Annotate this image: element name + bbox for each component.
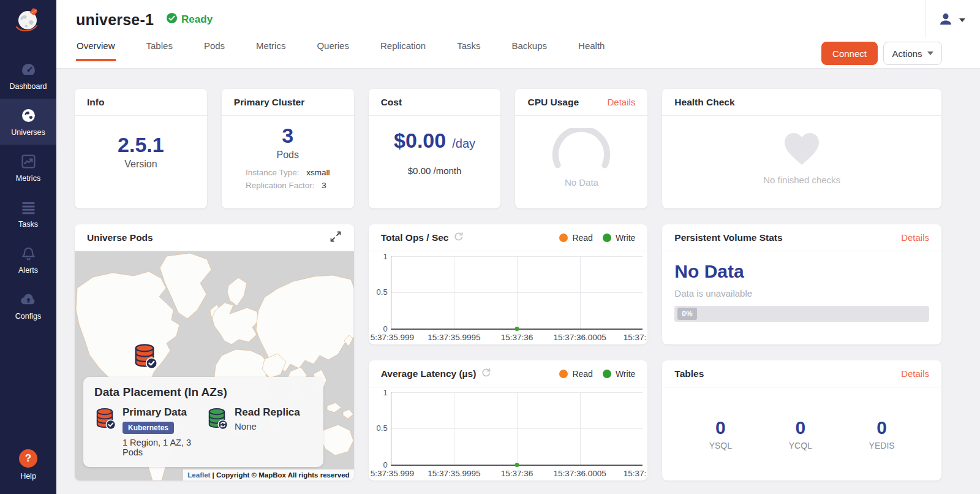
sidebar-item-metrics[interactable]: Metrics xyxy=(0,145,56,191)
chart-legend: Read Write xyxy=(559,233,635,243)
read-legend-dot xyxy=(559,234,568,242)
actions-button[interactable]: Actions xyxy=(883,42,942,65)
gauge-arc-icon xyxy=(548,128,615,171)
replication-factor-label: Replication Factor: xyxy=(246,181,315,190)
pvs-details-link[interactable]: Details xyxy=(901,232,929,243)
ycql-count: 0 xyxy=(795,417,805,438)
connect-button[interactable]: Connect xyxy=(821,42,878,65)
tab-queries[interactable]: Queries xyxy=(316,36,350,61)
cost-per-day: $0.00 xyxy=(394,129,446,152)
status-label: Ready xyxy=(181,13,213,26)
y-tick: 0.5 xyxy=(371,287,388,297)
expand-arrows-icon[interactable] xyxy=(330,230,342,245)
pods-count: 3 xyxy=(282,124,293,147)
sidebar: Dashboard Universes Metrics Tasks Alerts xyxy=(0,0,56,494)
tab-pods[interactable]: Pods xyxy=(203,36,225,61)
x-tick: 15:37: xyxy=(624,469,647,478)
read-legend-label: Read xyxy=(572,233,592,243)
tables-card: Tables Details 0 YSQL 0 YCQL 0 YEDIS xyxy=(662,360,941,481)
ysql-stat: 0 YSQL xyxy=(709,417,732,450)
card-title: Info xyxy=(87,97,104,108)
chevron-down-icon xyxy=(927,51,933,55)
total-ops-plot: 1 0.5 0 5:37:35.999 15:37:35.9995 15:37:… xyxy=(369,251,648,344)
ysql-label: YSQL xyxy=(709,441,732,450)
page-title: universe-1 xyxy=(76,11,154,29)
read-replica-value: None xyxy=(235,421,300,431)
y-tick: 1 xyxy=(371,388,388,397)
x-tick: 15:37:35.9995 xyxy=(428,333,480,342)
status-badge: Ready xyxy=(166,12,213,27)
refresh-icon[interactable] xyxy=(481,367,491,380)
sidebar-item-universes[interactable]: Universes xyxy=(0,99,56,145)
universe-pods-card: Universe Pods xyxy=(75,224,354,481)
planet-rocket-logo[interactable] xyxy=(0,0,56,39)
user-menu[interactable] xyxy=(938,11,965,29)
instance-type-row: Instance Type: xsmall xyxy=(246,168,330,177)
tab-overview[interactable]: Overview xyxy=(76,36,116,61)
sidebar-item-label: Configs xyxy=(15,312,41,321)
y-tick: 1 xyxy=(371,252,388,261)
bell-icon xyxy=(20,245,37,262)
tab-tasks[interactable]: Tasks xyxy=(456,36,481,61)
x-tick: 5:37:35.999 xyxy=(371,469,414,478)
pod-map-marker[interactable] xyxy=(132,342,157,371)
leaflet-link[interactable]: Leaflet xyxy=(187,471,210,479)
sidebar-item-label: Alerts xyxy=(18,266,38,275)
ycql-label: YCQL xyxy=(789,441,812,450)
copyright-text: | Copyright © MapBox All rights reserved xyxy=(213,471,350,479)
sidebar-item-label: Tasks xyxy=(18,220,38,229)
pvs-progress-bar: 0% xyxy=(674,306,929,322)
cpu-details-link[interactable]: Details xyxy=(607,97,635,107)
y-tick: 0 xyxy=(371,324,388,333)
tab-replication[interactable]: Replication xyxy=(380,36,426,61)
card-title: Primary Cluster xyxy=(234,97,304,108)
card-title: Universe Pods xyxy=(87,232,153,243)
sidebar-item-label: Universes xyxy=(11,128,45,137)
write-legend-dot xyxy=(603,370,611,378)
y-tick: 0.5 xyxy=(371,424,388,433)
actions-label: Actions xyxy=(892,48,922,59)
list-icon xyxy=(20,199,37,216)
read-replica-block: Read Replica None xyxy=(206,406,312,457)
read-replica-name: Read Replica xyxy=(235,406,300,419)
primary-data-summary: 1 Region, 1 AZ, 3 Pods xyxy=(123,438,200,457)
sidebar-item-alerts[interactable]: Alerts xyxy=(0,237,56,283)
refresh-icon[interactable] xyxy=(453,231,464,244)
sidebar-item-tasks[interactable]: Tasks xyxy=(0,191,56,237)
trend-chart-icon xyxy=(20,153,37,170)
pvs-message: Data is unavailable xyxy=(674,288,929,298)
database-replica-icon xyxy=(206,406,227,457)
tables-details-link[interactable]: Details xyxy=(901,368,929,379)
sidebar-item-configs[interactable]: Configs xyxy=(0,283,56,329)
heart-icon xyxy=(782,131,822,169)
write-legend-label: Write xyxy=(616,233,635,243)
tab-metrics[interactable]: Metrics xyxy=(255,36,286,61)
tab-tables[interactable]: Tables xyxy=(146,36,173,61)
sidebar-item-dashboard[interactable]: Dashboard xyxy=(0,53,56,99)
pvs-progress-label: 0% xyxy=(677,308,696,320)
card-title: Persistent Volume Stats xyxy=(674,232,782,243)
yedis-label: YEDIS xyxy=(869,441,895,450)
cloud-upload-icon xyxy=(20,291,37,308)
x-tick: 15:37:35.9995 xyxy=(428,469,480,478)
check-circle-icon xyxy=(166,12,178,27)
card-title: CPU Usage xyxy=(527,97,579,108)
info-card: Info 2.5.1 Version xyxy=(75,89,207,208)
version-value: 2.5.1 xyxy=(118,134,164,156)
chart-title: Average Latency (µs) xyxy=(381,368,477,379)
replication-factor-row: Replication Factor: 3 xyxy=(246,181,326,190)
gauge-icon xyxy=(20,61,37,78)
pvs-no-data: No Data xyxy=(674,261,929,282)
write-legend-label: Write xyxy=(616,369,635,379)
x-tick: 15:37:36 xyxy=(501,333,533,342)
world-map[interactable]: Data Placement (In AZs) xyxy=(75,251,354,481)
tab-health[interactable]: Health xyxy=(578,36,605,61)
map-attribution: Leaflet | Copyright © MapBox All rights … xyxy=(183,469,353,481)
cost-per-unit: /day xyxy=(452,137,475,151)
chevron-down-icon xyxy=(959,18,965,22)
sidebar-item-help[interactable]: ? Help xyxy=(19,449,37,481)
header-divider xyxy=(925,0,926,38)
tab-backups[interactable]: Backups xyxy=(511,36,548,61)
database-primary-icon xyxy=(94,406,115,457)
x-tick: 5:37:35.999 xyxy=(371,333,414,342)
